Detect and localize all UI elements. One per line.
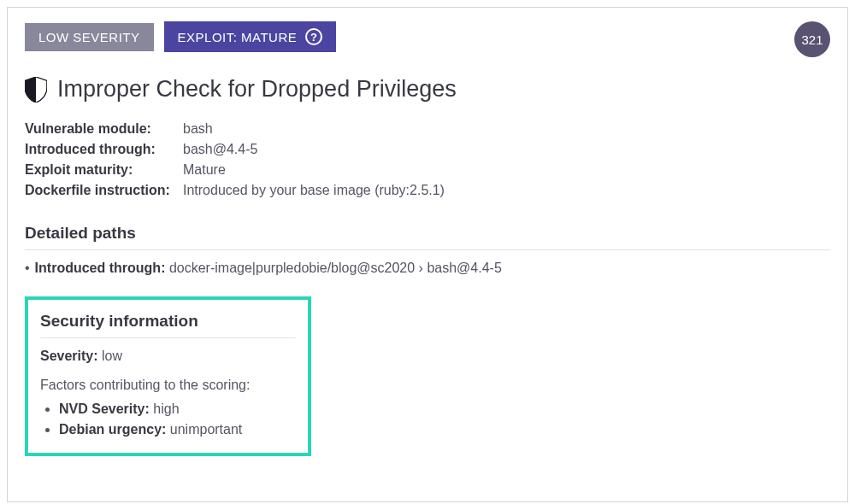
nvd-severity-value: high	[153, 401, 179, 416]
list-item: NVD Severity: high	[59, 401, 296, 417]
vulnerable-module-value: bash	[183, 121, 830, 137]
list-item: Debian urgency: unimportant	[59, 422, 296, 437]
introduced-through-label: Introduced through:	[25, 142, 183, 157]
vulnerable-module-label: Vulnerable module:	[25, 121, 183, 137]
severity-value: low	[102, 349, 122, 363]
dockerfile-instruction-label: Dockerfile instruction:	[25, 183, 183, 198]
severity-label: Severity:	[40, 349, 98, 363]
help-icon[interactable]: ?	[305, 28, 322, 45]
detailed-paths-heading: Detailed paths	[25, 224, 830, 250]
debian-urgency-value: unimportant	[170, 422, 243, 437]
path-introduced-value: docker-image|purpledobie/blog@sc2020 › b…	[169, 261, 502, 275]
path-row: • Introduced through: docker-image|purpl…	[25, 261, 830, 276]
factors-list: NVD Severity: high Debian urgency: unimp…	[40, 401, 296, 437]
introduced-through-value: bash@4.4-5	[183, 142, 830, 157]
path-introduced-label: Introduced through:	[35, 261, 166, 275]
exploit-maturity-label: Exploit maturity:	[25, 162, 183, 178]
debian-urgency-label: Debian urgency:	[59, 422, 166, 437]
exploit-badge-label: EXPLOIT: MATURE	[178, 30, 298, 44]
nvd-severity-label: NVD Severity:	[59, 401, 150, 416]
exploit-maturity-value: Mature	[183, 162, 830, 178]
details-grid: Vulnerable module: bash Introduced throu…	[25, 121, 830, 198]
factors-intro: Factors contributing to the scoring:	[40, 378, 296, 393]
dockerfile-instruction-value: Introduced by your base image (ruby:2.5.…	[183, 183, 830, 198]
vulnerability-title: Improper Check for Dropped Privileges	[57, 76, 457, 103]
badges-row: LOW SEVERITY EXPLOIT: MATURE ?	[25, 21, 830, 52]
bullet-icon: •	[25, 261, 30, 276]
severity-badge: LOW SEVERITY	[25, 23, 154, 51]
count-badge: 321	[794, 21, 830, 57]
shield-icon	[25, 77, 47, 103]
security-information-heading: Security information	[40, 312, 296, 338]
exploit-badge: EXPLOIT: MATURE ?	[164, 21, 337, 52]
title-row: Improper Check for Dropped Privileges	[25, 76, 830, 103]
vulnerability-card: LOW SEVERITY EXPLOIT: MATURE ? 321 Impro…	[7, 7, 848, 502]
severity-line: Severity: low	[40, 349, 296, 364]
security-information-box: Security information Severity: low Facto…	[25, 296, 311, 456]
